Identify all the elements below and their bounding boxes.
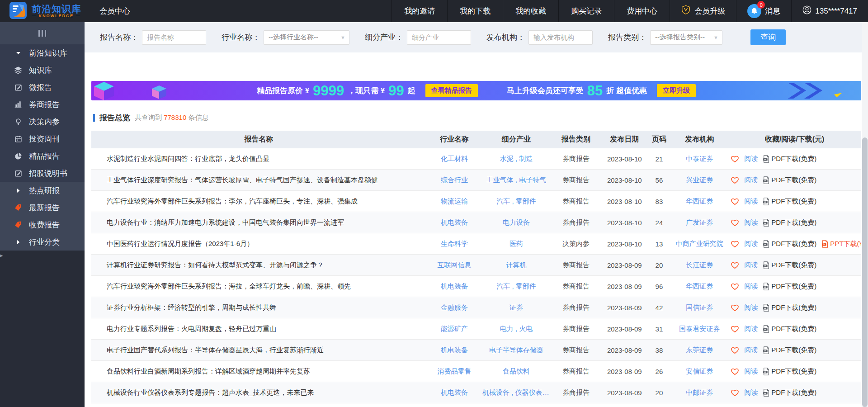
favorite-heart-icon[interactable]: [731, 218, 739, 227]
industry-link[interactable]: 金融服务: [426, 303, 482, 312]
app-logo[interactable]: 前沿知识库 — KNOWLEDGE —: [0, 0, 88, 22]
publisher-link[interactable]: 广发证券: [671, 218, 728, 227]
industry-link[interactable]: 消费品零售: [426, 367, 482, 376]
industry-link[interactable]: 机电装备: [426, 388, 482, 397]
report-name-link[interactable]: 工业气体行业深度研究报告：气体运营长坡厚雪、电子特气国产提速、设备制造基本盘稳健: [91, 176, 426, 185]
publisher-link[interactable]: 兴业证券: [671, 176, 728, 185]
header-menu-item[interactable]: 我的收藏: [503, 0, 558, 22]
sidebar-item-决策内参[interactable]: 决策内参: [0, 113, 85, 130]
segment-link[interactable]: 汽车 , 零部件: [482, 197, 550, 206]
industry-link[interactable]: 机电装备: [426, 346, 482, 355]
read-link[interactable]: 阅读: [744, 155, 758, 163]
sidebar-item-精品报告[interactable]: 精品报告: [0, 147, 85, 165]
report-name-link[interactable]: 机械设备行业仪器仪表系列专题报告：超声水表_技术更迭，未来已来: [91, 388, 426, 397]
report-name-link[interactable]: 电力行业专题系列报告：火电周期复盘，轻舟已过万重山: [91, 325, 426, 333]
header-menu-item[interactable]: 费用中心: [614, 0, 670, 22]
report-name-link[interactable]: 水泥制造行业水泥四问四答：行业底部，龙头价值凸显: [91, 155, 426, 163]
promo-banner[interactable]: 精品报告原价 ¥9999，现只需 ¥99 起 查看精品报告 马上升级会员还可享受…: [91, 81, 861, 100]
industry-link[interactable]: 化工材料: [426, 155, 482, 163]
segment-link[interactable]: 电力 , 火电: [482, 325, 550, 333]
industry-link[interactable]: 物流运输: [426, 197, 482, 206]
ppt-download-link[interactable]: PPT下载(¥15): [821, 240, 861, 248]
favorite-heart-icon[interactable]: [731, 240, 739, 248]
publisher-link[interactable]: 华西证券: [671, 282, 728, 291]
segment-link[interactable]: 机械设备 , 仪器仪表 , 机械设备: [482, 388, 550, 397]
read-link[interactable]: 阅读: [744, 346, 758, 355]
sidebar-item-券商报告[interactable]: 券商报告: [0, 96, 85, 113]
user-account[interactable]: 135****7417: [791, 0, 868, 22]
sidebar-item-微报告[interactable]: 微报告: [0, 79, 85, 96]
publisher-link[interactable]: 国泰君安证券: [671, 325, 728, 333]
segment-link[interactable]: 电子半导体存储器: [482, 346, 550, 355]
pdf-download-link[interactable]: PDF下载(免费): [763, 176, 816, 185]
favorite-heart-icon[interactable]: [731, 155, 739, 163]
report-name-link[interactable]: 计算机行业证券研究报告：如何看待大模型范式变革、开源与闭源之争？: [91, 261, 426, 270]
favorite-heart-icon[interactable]: [731, 176, 739, 184]
read-link[interactable]: 阅读: [744, 325, 758, 333]
segment-link[interactable]: 食品饮料: [482, 367, 550, 376]
sidebar-collapse-toggle[interactable]: [0, 22, 85, 44]
segment-link[interactable]: 电力设备: [482, 218, 550, 227]
read-link[interactable]: 阅读: [744, 303, 758, 312]
segment-link[interactable]: 证券: [482, 303, 550, 312]
read-link[interactable]: 阅读: [744, 367, 758, 376]
pdf-download-link[interactable]: PDF下载(免费): [763, 261, 816, 270]
report-name-link[interactable]: 电力设备行业：消纳压力加速电力系统建设，中国电气装备集团向世界一流进军: [91, 218, 426, 227]
industry-link[interactable]: 机电装备: [426, 218, 482, 227]
report-name-link[interactable]: 汽车行业琰究海外零部件巨头系列报告：海拉，全球车灯龙头，前瞻、深耕、领先: [91, 282, 426, 291]
sidebar-item-收费报告[interactable]: 收费报告: [0, 216, 85, 233]
sidebar-item-前沿知识库[interactable]: 前沿知识库: [0, 44, 85, 62]
publisher-link[interactable]: 华西证券: [671, 197, 728, 206]
pdf-download-link[interactable]: PDF下载(免费): [763, 303, 816, 312]
pdf-download-link[interactable]: PDF下载(免费): [763, 197, 816, 206]
industry-link[interactable]: 机电装备: [426, 282, 482, 291]
favorite-heart-icon[interactable]: [731, 303, 739, 312]
publisher-input[interactable]: [528, 30, 593, 45]
favorite-heart-icon[interactable]: [731, 197, 739, 205]
report-name-link[interactable]: 中国医药行业运行情况月度报告（2023年1-6月）: [91, 240, 426, 248]
header-menu-item[interactable]: 购买记录: [558, 0, 614, 22]
report-name-link[interactable]: 证券行业分析框架：经济转型的引擎，周期与成长性共舞: [91, 303, 426, 312]
favorite-heart-icon[interactable]: [731, 325, 739, 333]
industry-link[interactable]: 互联网信息: [426, 261, 482, 270]
pdf-download-link[interactable]: PDF下载(免费): [763, 325, 816, 333]
read-link[interactable]: 阅读: [744, 176, 758, 185]
sidebar-item-热点研报[interactable]: 热点研报: [0, 182, 85, 199]
report-name-link[interactable]: 汽车行业琰究海外零部件巨头系列报告：李尔，汽车座椅巨头，专注、深耕、强集成: [91, 197, 426, 206]
pdf-download-link[interactable]: PDF下载(免费): [763, 218, 816, 227]
publisher-link[interactable]: 安信证券: [671, 367, 728, 376]
header-menu-item[interactable]: 我的邀请: [392, 0, 447, 22]
industry-select[interactable]: --选择行业名称-- ▼: [264, 30, 349, 45]
sidebar-item-投资周刊[interactable]: 投资周刊: [0, 130, 85, 147]
favorite-heart-icon[interactable]: [731, 261, 739, 269]
search-button[interactable]: 查询: [750, 29, 786, 45]
sidebar-item-最新报告[interactable]: 最新报告: [0, 199, 85, 216]
report-name-link[interactable]: 电子行业国产替代系列报告：半导体存储器星辰大海，行业复苏渐行渐近: [91, 346, 426, 355]
industry-link[interactable]: 生命科学: [426, 240, 482, 248]
publisher-link[interactable]: 长江证券: [671, 261, 728, 270]
publisher-link[interactable]: 东莞证券: [671, 346, 728, 355]
favorite-heart-icon[interactable]: [731, 388, 739, 397]
read-link[interactable]: 阅读: [744, 218, 758, 227]
sidebar-item-招股说明书[interactable]: 招股说明书: [0, 165, 85, 182]
publisher-link[interactable]: 国信证券: [671, 303, 728, 312]
vip-upgrade-button[interactable]: 会员升级: [670, 0, 736, 22]
read-link[interactable]: 阅读: [744, 240, 758, 248]
report-name-input[interactable]: [142, 30, 206, 45]
industry-link[interactable]: 能源矿产: [426, 325, 482, 333]
read-link[interactable]: 阅读: [744, 282, 758, 291]
sidebar-item-知识库[interactable]: 知识库: [0, 62, 85, 79]
industry-link[interactable]: 综合行业: [426, 176, 482, 185]
sidebar-item-行业分类[interactable]: 行业分类: [0, 233, 85, 251]
pdf-download-link[interactable]: PDF下载(免费): [763, 367, 816, 376]
vertical-scrollbar[interactable]: [862, 22, 868, 407]
pdf-download-link[interactable]: PDF下载(免费): [763, 282, 816, 291]
segment-link[interactable]: 汽车 , 零部件: [482, 282, 550, 291]
read-link[interactable]: 阅读: [744, 388, 758, 397]
segment-input[interactable]: [407, 30, 471, 45]
segment-link[interactable]: 医药: [482, 240, 550, 248]
upgrade-now-button[interactable]: 立即升级: [657, 84, 696, 97]
panel-collapse-arrow-icon[interactable]: ▸: [0, 252, 3, 259]
segment-link[interactable]: 工业气体 , 电子特气: [482, 176, 550, 185]
pdf-download-link[interactable]: PDF下载(免费): [763, 240, 816, 248]
